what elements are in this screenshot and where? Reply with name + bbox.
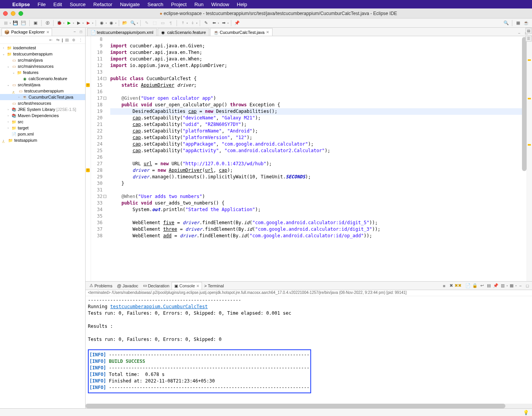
new-plugin-button[interactable]: ◉ [108,20,115,27]
menu-window[interactable]: Window [211,2,229,7]
toggle-mark-button[interactable]: ⬚ [151,20,158,27]
tree-node-iosdemotest[interactable]: ›📁iosdemotest [0,45,85,51]
close-icon[interactable]: ✕ [196,284,199,288]
new-button[interactable]: ▦ [2,20,9,27]
tree-node-src-test-resources[interactable]: ▭src/test/resources [0,100,85,106]
filter-button[interactable]: ▤ [64,37,70,43]
search-quick-button[interactable]: 🔍 [503,20,510,27]
prev-annotation-button[interactable]: ↟ [179,20,186,27]
terminal-button[interactable]: ▣ [32,20,39,27]
outline-trim-button[interactable]: ▤ [525,28,532,34]
menu-run[interactable]: Run [194,2,204,7]
menu-search[interactable]: Search [148,2,163,7]
wand-button[interactable]: ✎ [143,20,150,27]
show-whitespace-button[interactable]: ¶ [167,20,174,27]
terminate-button[interactable]: ■ [441,283,447,289]
save-button[interactable]: 💾 [12,20,19,27]
forward-button[interactable]: ➡ [220,20,227,27]
main-toolbar: ▦▾ 💾 💾 ▣ ⦿ 🐞▾ ▶▾ ▶▾ ▶▾ ◉▾ ◉▾ 📂 🔍▾ ✎ ⬚ ▭ … [0,18,532,28]
minimize-console-button[interactable]: − [517,283,524,289]
menu-refactor[interactable]: Refactor [93,2,112,7]
debug-button[interactable]: 🐞 [56,20,63,27]
collapse-all-button[interactable]: ⇤ [48,37,54,43]
maximize-console-button[interactable]: □ [524,283,530,289]
link-editor-button[interactable]: ⇆ [55,37,61,43]
view-menu-button[interactable]: ⋮ [77,37,84,43]
editor-tab-testcucumberappium-pom-xml[interactable]: 📄testcucumberappium/pom.xml [87,28,157,36]
open-console-button[interactable]: ▦ [508,283,515,289]
tree-node-src[interactable]: ›📁src [0,119,85,125]
bottom-tab-problems[interactable]: ⚠Problems [87,282,114,290]
tree-node-jre-system-library[interactable]: ›📚JRE System Library [J2SE-1.5] [0,106,85,112]
zoom-window-button[interactable] [19,11,23,16]
tree-node-testcucumberappium[interactable]: ⌄📁testcucumberappium [0,51,85,57]
show-console-button[interactable]: ▤ [486,283,492,289]
back-button[interactable]: ⬅ [210,20,217,27]
tree-node-testsappium[interactable]: ›⚠📁testsappium [0,137,85,143]
bottom-tab-console[interactable]: ▣Console✕ [172,282,202,290]
open-type-button[interactable]: 📂 [121,20,128,27]
editor-tab-calcscenario-feature[interactable]: ◉calcScenario.feature [158,28,209,36]
bottom-tab-declaration[interactable]: ▭Declaration [141,282,172,290]
tree-node-src-main-java[interactable]: ▭src/main/java [0,57,85,63]
console-output[interactable]: ----------------------------------------… [86,296,532,404]
tree-node-maven-dependencies[interactable]: ›📚Maven Dependencies [0,112,85,119]
tree-node-src-test-java[interactable]: ⌄▭src/test/java [0,82,85,88]
tree-node-testcucumberappium[interactable]: ⌄⚠▭testcucumberappium [0,88,85,94]
maximize-view-button[interactable]: □ [78,29,84,35]
menu-file[interactable]: File [38,2,46,7]
close-icon[interactable]: ✕ [46,30,49,34]
menu-project[interactable]: Project [171,2,187,7]
console-header: <terminated> /Users/nabendubiswas/.p2/po… [86,290,532,296]
focus-button[interactable]: ⊕ [71,37,77,43]
minimize-view-button[interactable]: − [72,29,77,35]
bottom-tab-javadoc[interactable]: @Javadoc [114,282,140,290]
pin-console-button[interactable]: 📌 [493,283,499,289]
close-window-button[interactable] [3,11,8,16]
tree-node-calcscenario-feature[interactable]: ◉calcScenario.feature [0,75,85,82]
word-wrap-button[interactable]: ↩ [479,283,485,289]
code-editor[interactable]: !! 891011121314-151617-18192021222324252… [86,36,532,281]
toggle-block-button[interactable]: ▭ [159,20,166,27]
skip-breakpoints-button[interactable]: ⦿ [44,20,51,27]
task-list-trim-button[interactable]: ☰ [525,35,532,42]
editor-tab-cucumburcalctest-java[interactable]: ☕CucumburCalcTest.java✕ [210,28,273,36]
remove-all-button[interactable]: ✖✖ [455,283,461,289]
run-button[interactable]: ▶ [66,20,72,27]
menu-navigate[interactable]: Navigate [120,2,140,7]
menu-edit[interactable]: Edit [53,2,62,7]
search-button[interactable]: 🔍 [130,20,136,27]
tree-node-src-main-resources[interactable]: ⌄▭src/main/resources [0,63,85,69]
clear-console-button[interactable]: 📄 [465,283,471,289]
tree-node-pom-xml[interactable]: 📄pom.xml [0,131,85,137]
pin-editor-button[interactable]: 📌 [234,20,241,27]
save-all-button[interactable]: 💾 [20,20,27,27]
editor-vertical-scrollbar[interactable] [522,37,527,280]
new-java-button[interactable]: ◉ [98,20,105,27]
package-explorer-tab[interactable]: 📦 Package Explorer ✕ [2,28,52,36]
java-perspective-button[interactable]: ☕ [523,20,530,27]
package-tree[interactable]: ›📁iosdemotest⌄📁testcucumberappium▭src/ma… [0,44,85,408]
overview-ruler[interactable] [527,36,532,281]
console-horizontal-scrollbar[interactable] [86,404,532,408]
coverage-button[interactable]: ▶ [75,20,82,27]
app-name[interactable]: Eclipse [12,2,30,7]
run-last-button[interactable]: ▶ [85,20,92,27]
tree-node-features[interactable]: ⌄📁features [0,69,85,75]
package-explorer-icon: 📦 [4,30,10,35]
menu-help[interactable]: Help [237,2,247,7]
tree-node-target[interactable]: ›📁target [0,125,85,131]
close-icon[interactable]: ✕ [266,30,269,34]
tree-node-cucumburcalctest-java[interactable]: ›☕CucumburCalcTest.java [0,94,85,100]
minimize-editor-button[interactable]: − [517,30,522,36]
display-selected-button[interactable]: ▥ [500,283,506,289]
remove-launch-button[interactable]: ✖ [448,283,454,289]
menu-source[interactable]: Source [70,2,86,7]
tip-bulb-icon[interactable]: 💡 [523,410,529,415]
next-annotation-button[interactable]: ↡ [189,20,196,27]
scroll-lock-button[interactable]: 🔒 [472,283,478,289]
open-perspective-button[interactable]: ▦ [515,20,522,27]
minimize-window-button[interactable] [11,11,15,16]
bottom-tab-terminal[interactable]: >Terminal [202,282,226,290]
last-edit-location-button[interactable]: ✎ [202,20,209,27]
